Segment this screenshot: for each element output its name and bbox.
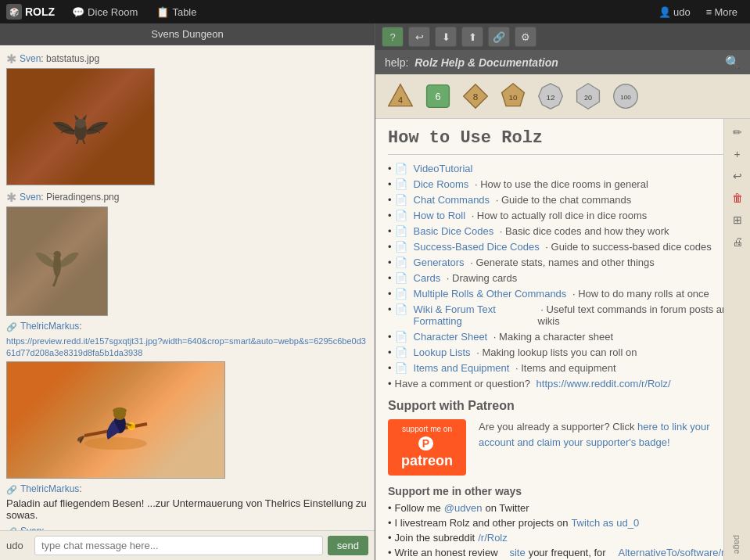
alternativeto-link[interactable]: AlternativeTo/software/rolz [619,547,737,558]
dice-d20[interactable]: 20 [572,81,604,112]
help-link-11[interactable]: Lookup Lists [414,346,471,358]
chat-header: Svens Dungeon [0,23,375,45]
help-link-0[interactable]: VideoTutorial [414,163,473,174]
help-desc-1: · How to use the dice rooms in general [472,178,648,190]
help-desc-5: · Guide to success-based dice codes [543,241,712,253]
help-desc-12: · Items and equipment [512,362,615,374]
dice-d4[interactable]: 4 [385,81,416,112]
help-header-prefix: help: Rolz Help & Documentation [385,56,558,69]
doc-icon-2: 📄 [395,194,407,206]
help-link-9[interactable]: Wiki & Forum Text Formatting [414,303,535,327]
help-prefix-text: help: [385,56,408,69]
send-button[interactable]: send [328,536,368,555]
tab-dice-room-label: Dice Room [88,6,138,18]
snowflake-2: ✱ [6,190,16,205]
help-header-title: Rolz Help & Documentation [414,56,558,69]
help-search-btn[interactable]: 🔍 [725,55,741,70]
msg-1-image [6,68,155,185]
edit-action[interactable]: ✏ [727,122,748,142]
support-patreon-title: Support with Patreon [388,399,737,413]
help-link-1[interactable]: Dice Rooms [414,178,469,190]
help-content: How to Use Rolz 📄 VideoTutorial 📄 Dice R… [375,119,750,560]
help-link-7[interactable]: Cards [414,272,441,284]
message-1: ✱ Sven: batstatus.jpg [6,52,368,185]
snowflake-1: ✱ [6,52,16,66]
share-icon-btn[interactable]: 🔗 [488,27,510,47]
help-desc-6: · Generate stats, names and other things [468,257,655,268]
help-link-2[interactable]: Chat Commands [414,194,490,206]
msg-4-user-link[interactable]: ThelricMarkus [20,483,79,494]
review-site-link[interactable]: site [509,547,525,558]
d10-svg: 10 [499,82,527,110]
help-link-3[interactable]: How to Roll [414,210,465,221]
msg-4-text: Paladin auf fliegendem Besen! ...zur Unt… [6,497,368,521]
dice-d8[interactable]: 8 [460,81,491,112]
patreon-claim-link[interactable]: here to link your account and claim your… [479,421,710,448]
grid-action[interactable]: ⊞ [727,210,748,230]
delete-action[interactable]: 🗑 [727,188,748,208]
help-link-12[interactable]: Items and Equipment [414,362,510,374]
twitch-link[interactable]: Twitch as ud_0 [571,517,639,529]
dino-svg [34,230,81,293]
help-icon-btn[interactable]: ? [382,27,404,47]
tab-dice-room[interactable]: 💬 Dice Room [64,3,145,21]
upload-icon-btn[interactable]: ⬆ [461,27,483,47]
chat-input[interactable] [34,536,323,555]
download-icon-btn[interactable]: ⬇ [435,27,457,47]
help-link-10[interactable]: Character Sheet [414,331,488,343]
tab-table[interactable]: 📋 Table [149,3,204,21]
help-item-3: 📄 How to Roll · How to actually roll dic… [388,210,737,221]
help-link-6[interactable]: Generators [414,257,465,268]
svg-text:12: 12 [547,93,555,102]
dice-d12[interactable]: 12 [535,81,566,112]
patreon-logo[interactable]: support me on P patreon [388,419,466,476]
help-main-title: How to Use Rolz [388,128,737,155]
msg-1-filename: batstatus.jpg [46,53,99,64]
subreddit-link[interactable]: /r/Rolz [478,532,508,544]
svg-point-13 [113,407,127,414]
d4-svg: 4 [386,82,414,110]
other-item-1: I livestream Rolz and other projects on … [388,517,737,529]
msg-3-link: https://preview.redd.it/e157sgxqtjt31.jp… [6,335,368,358]
svg-text:10: 10 [509,93,518,102]
history-icon-btn[interactable]: ↩ [408,27,430,47]
doc-icon-9: 📄 [395,303,407,315]
help-item-12: 📄 Items and Equipment · Items and equipm… [388,362,737,374]
right-topbar: ? ↩ ⬇ ⬆ 🔗 ⚙ [375,23,750,50]
page-tab[interactable]: page [731,532,744,557]
reddit-link[interactable]: https://www.reddit.com/r/Rolz/ [536,378,671,389]
msg-2-user-link[interactable]: Sven [20,192,41,203]
print-action[interactable]: 🖨 [727,232,748,252]
more-button[interactable]: ≡ More [700,3,744,21]
add-action[interactable]: + [727,144,748,164]
tab-table-label: Table [172,6,196,18]
msg-3-image [6,361,225,479]
settings-icon-btn[interactable]: ⚙ [515,27,536,47]
undo-action[interactable]: ↩ [727,166,748,186]
help-link-5[interactable]: Success-Based Dice Codes [414,241,540,253]
help-item-0: 📄 VideoTutorial [388,163,737,174]
help-link-8[interactable]: Multiple Rolls & Other Commands [414,288,567,300]
link-icon-4: 🔗 [6,485,17,495]
message-4: 🔗 ThelricMarkus: Paladin auf fliegendem … [6,483,368,521]
help-desc-2: · Guide to the chat commands [493,194,631,206]
msg-3-user-link[interactable]: ThelricMarkus [20,321,79,332]
other-item-0: Follow me @udven on Twitter [388,502,737,514]
help-item-2: 📄 Chat Commands · Guide to the chat comm… [388,194,737,206]
help-header: help: Rolz Help & Documentation 🔍 [375,50,750,74]
msg-1-user-link[interactable]: Sven [20,53,41,64]
doc-icon-12: 📄 [395,362,407,374]
msg-3-url[interactable]: https://preview.redd.it/e157sgxqtjt31.jp… [6,336,366,357]
svg-text:6: 6 [435,92,440,102]
main-layout: Svens Dungeon ✱ Sven: batstatus.jpg [0,23,750,560]
dice-d6[interactable]: 6 [422,81,454,112]
user-button[interactable]: 👤 udo [652,3,697,21]
dice-d10[interactable]: 10 [497,81,529,112]
doc-icon-10: 📄 [395,331,407,343]
dice-d100[interactable]: 100 [610,81,641,112]
bat-svg [49,95,112,158]
other-ways-list: Follow me @udven on Twitter I livestream… [388,502,737,560]
help-link-4[interactable]: Basic Dice Codes [414,225,494,237]
other-item-2: Join the subreddit /r/Rolz [388,532,737,544]
twitter-link[interactable]: @udven [444,502,483,514]
